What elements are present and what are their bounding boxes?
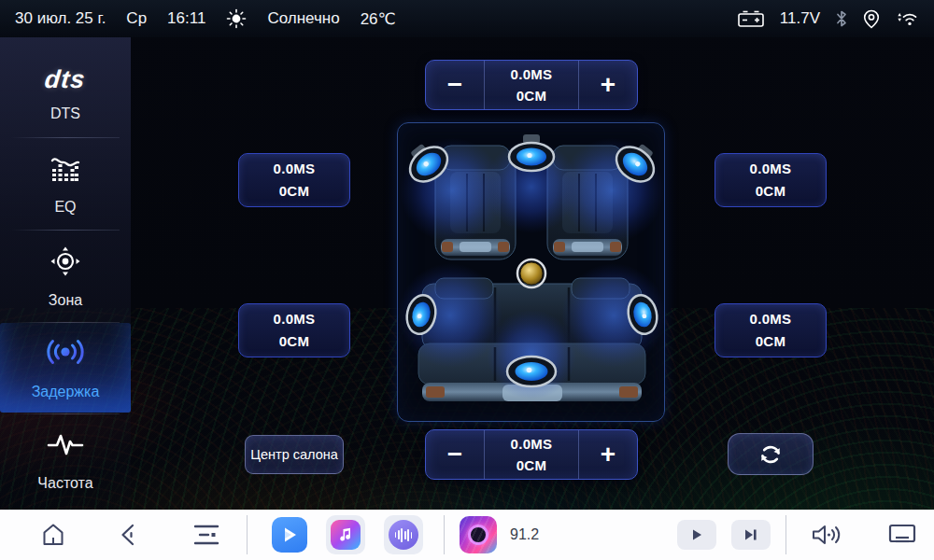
status-bar: 30 июл. 25 г. Ср 16:11 Солнечно 26℃ 11.7… xyxy=(0,0,934,37)
rear-delay-value: 0.0MS 0CM xyxy=(484,430,579,479)
radio-frequency-label: 91.2 xyxy=(510,526,539,543)
sidebar-item-eq[interactable]: EQ xyxy=(0,140,131,230)
front-right-cm: 0CM xyxy=(756,180,786,203)
frequency-icon xyxy=(47,430,84,464)
sidebar-item-label: Частота xyxy=(37,475,92,492)
front-delay-ms: 0.0MS xyxy=(511,63,553,85)
bottom-nav-bar: 91.2 xyxy=(0,510,934,560)
sidebar-divider xyxy=(11,230,120,231)
sidebar-item-label: Задержка xyxy=(32,384,100,400)
front-left-delay-box[interactable]: 0.0MS 0CM xyxy=(238,153,350,207)
music-app-icon[interactable] xyxy=(326,515,365,554)
head-unit-screen: 30 июл. 25 г. Ср 16:11 Солнечно 26℃ 11.7… xyxy=(0,0,934,560)
rear-delay-minus-button[interactable]: − xyxy=(426,430,484,479)
sidebar-item-dts[interactable]: dts DTS xyxy=(0,49,131,138)
nav-divider xyxy=(247,515,248,554)
sidebar-item-label: EQ xyxy=(54,199,76,216)
status-voltage: 11.7V xyxy=(780,9,820,28)
sidebar-divider xyxy=(11,413,120,414)
sidebar-item-frequency[interactable]: Частота xyxy=(0,416,131,506)
car-cabin-panel xyxy=(397,122,665,422)
status-date: 30 июл. 25 г. xyxy=(15,9,106,28)
refresh-icon xyxy=(757,441,784,468)
volume-icon[interactable] xyxy=(807,522,844,548)
equalizer-icon xyxy=(50,154,81,188)
rear-delay-plus-button[interactable]: + xyxy=(579,430,637,479)
status-temperature: 26℃ xyxy=(361,9,396,29)
front-delay-stepper: − 0.0MS 0CM + xyxy=(425,60,638,110)
front-delay-plus-button[interactable]: + xyxy=(579,61,637,109)
front-right-delay-box[interactable]: 0.0MS 0CM xyxy=(715,153,827,207)
rear-right-ms: 0.0MS xyxy=(750,308,792,330)
rear-delay-cm: 0CM xyxy=(517,455,547,476)
car-battery-icon xyxy=(737,9,765,28)
wifi-icon xyxy=(895,9,919,28)
status-weather-condition: Солнечно xyxy=(267,9,339,28)
listening-position-knob xyxy=(517,259,545,287)
sidebar: dts DTS EQ Зона Задержка xyxy=(0,37,131,510)
rear-left-delay-box[interactable]: 0.0MS 0CM xyxy=(238,303,350,357)
sidebar-item-label: DTS xyxy=(50,105,80,122)
sun-icon xyxy=(226,8,247,29)
car-seats-illustration xyxy=(398,123,665,422)
nav-divider xyxy=(785,515,786,554)
front-delay-value: 0.0MS 0CM xyxy=(484,61,579,109)
nav-divider xyxy=(444,515,445,554)
rear-right-cm: 0CM xyxy=(756,330,786,353)
rear-delay-ms: 0.0MS xyxy=(511,433,553,455)
cabin-center-label: Центр салона xyxy=(250,447,338,462)
reset-delays-button[interactable] xyxy=(728,433,814,475)
cabin-center-button[interactable]: Центр салона xyxy=(245,435,344,474)
bluetooth-icon xyxy=(835,9,848,28)
next-track-button[interactable] xyxy=(731,520,771,550)
video-player-app-icon[interactable] xyxy=(272,517,307,553)
front-left-cm: 0CM xyxy=(279,180,310,203)
front-delay-minus-button[interactable]: − xyxy=(426,61,484,109)
voice-app-icon[interactable] xyxy=(384,515,423,554)
sidebar-item-label: Зона xyxy=(49,292,82,309)
display-off-icon[interactable] xyxy=(884,523,921,547)
location-pin-icon xyxy=(863,9,880,29)
rear-left-cm: 0CM xyxy=(279,330,310,353)
front-delay-cm: 0CM xyxy=(517,85,547,106)
status-time: 16:11 xyxy=(167,9,205,28)
rear-delay-stepper: − 0.0MS 0CM + xyxy=(425,429,638,480)
sidebar-item-zone[interactable]: Зона xyxy=(0,232,131,322)
back-icon[interactable] xyxy=(114,522,146,548)
status-weekday: Ср xyxy=(126,9,147,28)
front-right-ms: 0.0MS xyxy=(750,158,792,180)
recent-apps-icon[interactable] xyxy=(191,523,222,547)
radio-app-icon[interactable] xyxy=(460,516,497,553)
center-speaker-icon xyxy=(509,134,554,171)
zone-icon xyxy=(50,245,81,281)
subwoofer-icon xyxy=(507,357,556,386)
dts-logo-icon: dts xyxy=(44,65,88,94)
play-button[interactable] xyxy=(677,520,716,550)
rear-left-ms: 0.0MS xyxy=(274,308,316,330)
rear-right-delay-box[interactable]: 0.0MS 0CM xyxy=(715,303,827,357)
sidebar-item-delay[interactable]: Задержка xyxy=(0,323,131,413)
home-icon[interactable] xyxy=(37,521,69,549)
delay-icon xyxy=(45,335,86,372)
front-left-ms: 0.0MS xyxy=(274,158,316,180)
sidebar-divider xyxy=(11,137,120,138)
